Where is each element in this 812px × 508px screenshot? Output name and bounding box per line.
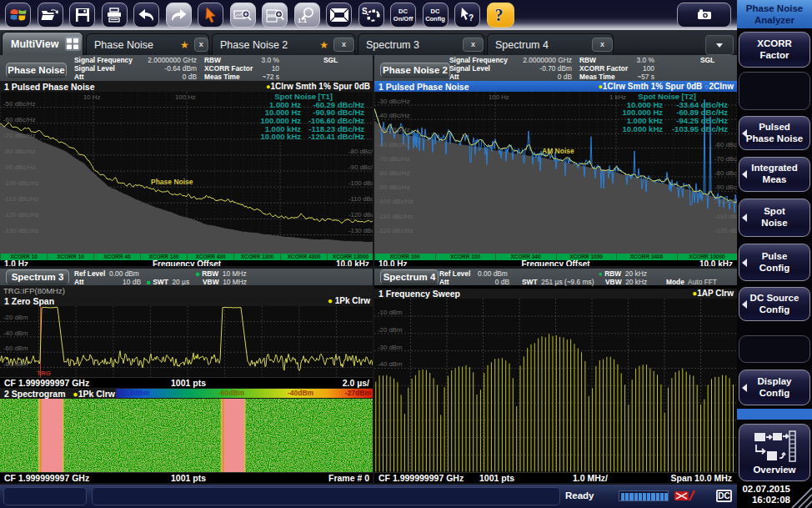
svg-text:?: ? bbox=[495, 6, 504, 24]
svg-text:?: ? bbox=[469, 13, 474, 23]
svg-text:S: S bbox=[362, 7, 368, 16]
